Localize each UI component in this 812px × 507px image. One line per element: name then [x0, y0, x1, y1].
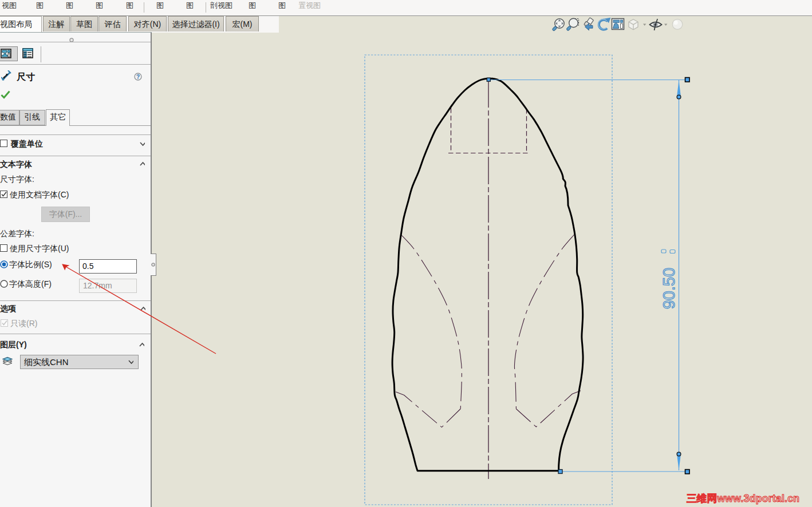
svg-text:三维网www.3dportal.cn: 三维网www.3dportal.cn: [687, 493, 799, 504]
svg-text:90.50: 90.50: [660, 268, 678, 310]
